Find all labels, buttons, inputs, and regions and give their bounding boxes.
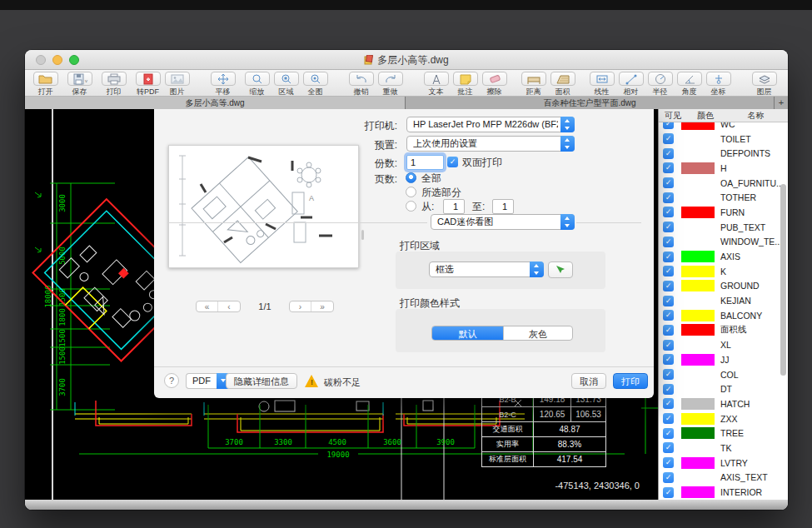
layer-color-swatch[interactable]	[681, 207, 715, 218]
layers-scrollbar[interactable]	[780, 184, 786, 376]
print-button[interactable]: 打印	[100, 72, 127, 97]
prev-page-button[interactable]: ‹	[218, 301, 240, 311]
layer-visible-checkbox[interactable]: ✓	[663, 398, 674, 409]
tab-document-1[interactable]: 多层小高等.dwg	[25, 97, 406, 109]
layer-color-swatch[interactable]	[681, 442, 715, 454]
layer-color-swatch[interactable]	[681, 457, 715, 469]
save-button[interactable]: v 保存	[66, 72, 93, 97]
layer-color-swatch[interactable]	[681, 177, 715, 189]
layer-color-swatch[interactable]	[681, 486, 715, 498]
layer-visible-checkbox[interactable]: ✓	[663, 252, 674, 262]
erase-button[interactable]: 擦除	[481, 72, 508, 97]
first-page-button[interactable]: «	[197, 301, 218, 311]
hide-details-button[interactable]: 隐藏详细信息	[226, 373, 297, 389]
layer-visible-checkbox[interactable]: ✓	[663, 133, 674, 144]
layer-color-swatch[interactable]	[681, 251, 715, 262]
zoom-button[interactable]: 缩放	[243, 72, 271, 97]
pages-all-radio[interactable]	[406, 172, 416, 183]
layer-visible-checkbox[interactable]: ✓	[663, 384, 674, 395]
layer-color-swatch[interactable]	[681, 427, 715, 439]
next-page-button[interactable]: ›	[290, 301, 311, 311]
layer-color-swatch[interactable]	[681, 236, 715, 247]
layer-color-swatch[interactable]	[681, 295, 715, 306]
pages-range-radio[interactable]	[406, 201, 416, 212]
layer-color-swatch[interactable]	[681, 192, 715, 203]
layers-button[interactable]: 图层	[750, 72, 778, 97]
layer-color-swatch[interactable]	[681, 413, 715, 425]
preset-select[interactable]: 上次使用的设置	[406, 136, 575, 152]
layer-visible-checkbox[interactable]: ✓	[663, 442, 674, 453]
style-default-segment[interactable]: 默认	[432, 326, 503, 340]
angle-button[interactable]: 角度	[675, 72, 703, 97]
layer-visible-checkbox[interactable]: ✓	[663, 192, 674, 203]
add-tab-button[interactable]: +	[775, 97, 788, 109]
layer-visible-checkbox[interactable]: ✓	[663, 281, 674, 291]
cancel-button[interactable]: 取消	[571, 373, 606, 389]
layer-color-swatch[interactable]	[681, 339, 715, 351]
pdf-menu-button[interactable]: PDF	[186, 373, 230, 389]
layer-color-swatch[interactable]	[681, 398, 715, 410]
layer-visible-checkbox[interactable]: ✓	[663, 413, 674, 424]
layer-visible-checkbox[interactable]: ✓	[663, 148, 674, 159]
layer-color-swatch[interactable]	[681, 383, 715, 395]
annotate-button[interactable]: 批注	[451, 72, 479, 97]
layer-visible-checkbox[interactable]: ✓	[663, 369, 674, 380]
layer-color-swatch[interactable]	[681, 133, 715, 145]
app-section-select[interactable]: CAD迷你看图	[431, 214, 575, 230]
tab-document-2[interactable]: 百余种住宅户型平面.dwg	[406, 97, 775, 109]
style-gray-segment[interactable]: 灰色	[503, 326, 572, 340]
layer-color-swatch[interactable]	[681, 369, 715, 381]
from-input[interactable]	[443, 199, 465, 214]
layer-visible-checkbox[interactable]: ✓	[663, 207, 674, 217]
layer-color-swatch[interactable]	[681, 147, 715, 159]
open-button[interactable]: 打开	[32, 72, 59, 97]
redo-button[interactable]: 重做	[376, 72, 404, 97]
layer-visible-checkbox[interactable]: ✓	[663, 237, 674, 247]
to-input[interactable]	[492, 199, 514, 214]
last-page-button[interactable]: »	[311, 301, 333, 311]
undo-button[interactable]: 撤销	[347, 72, 375, 97]
layer-color-swatch[interactable]	[681, 354, 715, 366]
print-button-primary[interactable]: 打印	[613, 373, 648, 389]
layer-visible-checkbox[interactable]: ✓	[663, 428, 674, 439]
layer-color-swatch[interactable]	[681, 471, 715, 483]
pan-button[interactable]: 平移	[209, 72, 237, 97]
duplex-checkbox[interactable]: ✓	[447, 157, 458, 167]
print-area-select[interactable]: 框选	[429, 262, 544, 277]
layer-visible-checkbox[interactable]: ✓	[663, 222, 674, 232]
layer-visible-checkbox[interactable]: ✓	[663, 340, 674, 351]
layer-visible-checkbox[interactable]: ✓	[663, 310, 674, 321]
layer-color-swatch[interactable]	[681, 310, 715, 321]
layer-color-swatch[interactable]	[681, 266, 715, 277]
layer-color-swatch[interactable]	[681, 222, 715, 233]
layer-visible-checkbox[interactable]: ✓	[663, 325, 674, 336]
zoom-all-button[interactable]: 全图	[301, 72, 329, 97]
layer-visible-checkbox[interactable]: ✓	[663, 487, 674, 498]
printer-select[interactable]: HP LaserJet Pro MFP M226dw (BF2574)	[406, 117, 575, 132]
to-pdf-button[interactable]: 转PDF	[134, 72, 162, 97]
text-button[interactable]: 文本	[422, 72, 450, 97]
layer-visible-checkbox[interactable]: ✓	[663, 266, 674, 276]
layer-visible-checkbox[interactable]: ✓	[663, 354, 674, 365]
area-button[interactable]: 面积	[549, 72, 576, 97]
pages-selection-radio[interactable]	[406, 187, 416, 197]
layer-visible-checkbox[interactable]: ✓	[663, 162, 674, 173]
help-button[interactable]: ?	[164, 373, 179, 388]
copies-input[interactable]	[406, 155, 444, 170]
layer-color-swatch[interactable]	[681, 280, 715, 291]
layer-visible-checkbox[interactable]: ✓	[663, 177, 674, 188]
layer-visible-checkbox[interactable]: ✓	[663, 472, 674, 483]
preview-resize-handle[interactable]	[361, 230, 364, 240]
layer-color-swatch[interactable]	[681, 122, 715, 130]
linear-dim-button[interactable]: 线性	[588, 72, 615, 97]
layer-visible-checkbox[interactable]: ✓	[663, 296, 674, 306]
layer-color-swatch[interactable]	[681, 162, 715, 174]
coordinate-button[interactable]: 坐标	[705, 72, 732, 97]
layer-color-swatch[interactable]	[681, 324, 715, 336]
layer-visible-checkbox[interactable]: ✓	[663, 457, 674, 468]
marquee-select-button[interactable]	[548, 262, 573, 278]
image-button[interactable]: 图片	[163, 72, 191, 97]
radius-button[interactable]: 半径	[646, 72, 674, 97]
zoom-region-button[interactable]: 区域	[272, 72, 300, 97]
layer-visible-checkbox[interactable]: ✓	[663, 122, 674, 129]
